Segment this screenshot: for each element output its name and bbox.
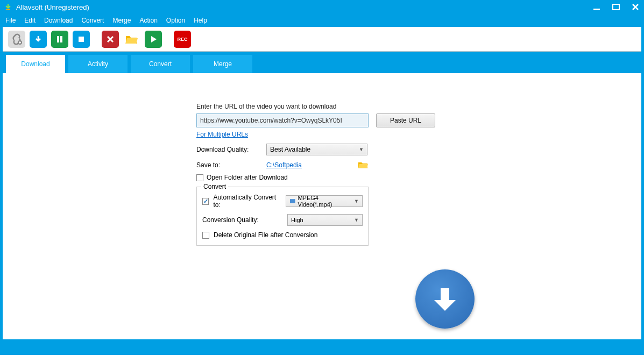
pause-icon[interactable] [51,31,68,48]
status-bar [3,339,641,352]
convert-legend: Convert [201,183,228,190]
chevron-down-icon: ▼ [354,198,359,204]
open-folder-checkbox[interactable] [196,174,203,181]
minimize-icon[interactable] [592,3,601,11]
svg-rect-2 [613,4,619,10]
save-path-link[interactable]: C:\Softpedia [266,161,302,169]
download-icon[interactable] [30,31,47,48]
quality-select[interactable]: Best Available ▼ [266,144,367,155]
open-folder-icon[interactable] [123,31,140,48]
conversion-quality-label: Conversion Quality: [202,216,283,224]
svg-rect-4 [57,36,59,42]
menu-option[interactable]: Option [166,17,185,24]
menu-help[interactable]: Help [194,17,207,24]
auto-convert-label: Automatically Convert to: [213,194,281,209]
window-title: Allavsoft (Unregistered) [16,3,592,11]
maximize-icon[interactable] [612,3,620,11]
record-button[interactable]: REC [174,31,191,48]
url-prompt-label: Enter the URL of the video you want to d… [196,103,449,110]
menu-file[interactable]: File [5,17,16,24]
menu-action[interactable]: Action [139,17,157,24]
stop-icon[interactable] [73,31,90,48]
big-download-button[interactable] [415,269,475,329]
download-arrow-icon [429,283,461,315]
tab-merge[interactable]: Merge [193,55,252,73]
close-icon[interactable] [631,3,640,11]
menu-download[interactable]: Download [44,17,73,24]
folder-icon[interactable] [358,161,369,169]
menu-convert[interactable]: Convert [81,17,104,24]
menubar: File Edit Download Convert Merge Action … [0,14,644,27]
menu-edit[interactable]: Edit [24,17,36,24]
conversion-quality-select[interactable]: High ▼ [287,214,363,226]
delete-original-label: Delete Original File after Conversion [214,231,317,239]
format-select[interactable]: MPEG4 Video(*.mp4) ▼ [286,195,363,207]
svg-rect-5 [60,36,62,42]
save-to-label: Save to: [196,161,266,169]
link-icon[interactable] [8,31,25,48]
quality-label: Download Quality: [196,146,266,153]
paste-url-button[interactable]: Paste URL [376,113,435,127]
open-folder-label: Open Folder after Download [207,174,288,181]
auto-convert-checkbox[interactable] [202,198,209,205]
url-input[interactable] [196,113,369,127]
delete-original-checkbox[interactable] [202,232,209,239]
svg-rect-0 [6,9,10,10]
tab-download[interactable]: Download [6,55,65,73]
video-icon [289,198,295,204]
tab-activity[interactable]: Activity [68,55,128,73]
svg-rect-7 [290,199,295,203]
app-logo-icon [4,3,12,11]
svg-rect-1 [593,9,600,10]
chevron-down-icon: ▼ [359,147,364,152]
cancel-icon[interactable] [102,31,119,48]
multiple-urls-link[interactable]: For Multiple URLs [196,131,248,138]
chevron-down-icon: ▼ [354,217,359,223]
play-icon[interactable] [145,31,162,48]
menu-merge[interactable]: Merge [112,17,131,24]
tab-convert[interactable]: Convert [131,55,190,73]
svg-rect-6 [79,37,84,42]
